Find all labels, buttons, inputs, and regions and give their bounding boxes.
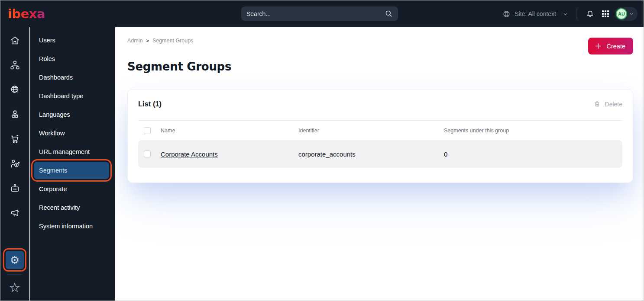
site-context-label: Site: All context bbox=[515, 10, 556, 17]
sidebar-item-workflow[interactable]: Workflow bbox=[34, 125, 109, 142]
topbar-divider bbox=[576, 8, 576, 19]
sidebar-item-dashboards[interactable]: Dashboards bbox=[34, 69, 109, 86]
column-header-name: Name bbox=[161, 128, 298, 134]
rail-item-admin[interactable]: ⚙ bbox=[6, 251, 24, 269]
rail-item-corporate[interactable] bbox=[6, 179, 23, 197]
sidebar-item-dashboard-type[interactable]: Dashboard type bbox=[34, 87, 109, 105]
create-button[interactable]: Create bbox=[588, 38, 633, 54]
notifications-button[interactable] bbox=[583, 7, 596, 20]
column-header-segments: Segments under this group bbox=[444, 128, 622, 134]
create-button-label: Create bbox=[606, 43, 625, 50]
globe-icon bbox=[502, 10, 511, 18]
icon-rail: ⚙ ☆ bbox=[0, 27, 29, 301]
rail-item-product-catalog[interactable] bbox=[6, 106, 23, 123]
top-bar: ibexa Site: All context bbox=[0, 0, 644, 27]
rail-item-home[interactable] bbox=[6, 32, 23, 49]
table-header-row: Name Identifier Segments under this grou… bbox=[138, 121, 622, 139]
megaphone-icon bbox=[10, 208, 20, 218]
sitemap-icon bbox=[10, 60, 20, 70]
sidebar-item-corporate[interactable]: Corporate bbox=[34, 180, 109, 198]
breadcrumb-admin[interactable]: Admin bbox=[127, 38, 142, 44]
personalization-target-icon bbox=[10, 158, 20, 169]
app-switcher-button[interactable] bbox=[599, 7, 612, 20]
app-grid-icon bbox=[602, 10, 609, 18]
search-icon[interactable] bbox=[385, 10, 393, 18]
avatar: AU bbox=[616, 8, 627, 19]
trash-icon bbox=[593, 100, 601, 108]
delete-button-label: Delete bbox=[605, 101, 622, 108]
globe-cursor-icon bbox=[10, 84, 20, 95]
row-identifier: corporate_accounts bbox=[298, 150, 444, 158]
admin-sidebar: Users Roles Dashboards Dashboard type La… bbox=[30, 27, 115, 301]
badge-icon bbox=[10, 183, 20, 194]
sidebar-item-roles[interactable]: Roles bbox=[34, 50, 109, 67]
main-content: Admin > Segment Groups Segment Groups Cr… bbox=[115, 27, 644, 301]
table-row[interactable]: Corporate Accounts corporate_accounts 0 bbox=[138, 140, 622, 168]
rail-item-marketing[interactable] bbox=[6, 204, 23, 221]
sidebar-item-languages[interactable]: Languages bbox=[34, 106, 109, 123]
ibexa-logo[interactable]: ibexa bbox=[8, 8, 45, 20]
sidebar-item-users[interactable]: Users bbox=[34, 32, 109, 49]
breadcrumb: Admin > Segment Groups bbox=[127, 38, 193, 44]
rail-item-site[interactable] bbox=[6, 81, 23, 98]
home-icon bbox=[10, 35, 20, 46]
sidebar-item-url-management[interactable]: URL management bbox=[34, 143, 109, 160]
row-checkbox[interactable] bbox=[144, 150, 151, 157]
sidebar-item-segments[interactable]: Segments bbox=[34, 162, 109, 179]
sidebar-item-system-information[interactable]: System information bbox=[34, 218, 109, 235]
rail-item-personalization[interactable] bbox=[6, 155, 23, 172]
breadcrumb-current: Segment Groups bbox=[152, 38, 194, 44]
row-segments-count: 0 bbox=[444, 150, 622, 158]
list-title: List (1) bbox=[138, 100, 162, 108]
topbar-right-controls: Site: All context bbox=[502, 7, 638, 21]
rail-item-commerce[interactable] bbox=[6, 130, 23, 147]
sidebar-item-recent-activity[interactable]: Recent activity bbox=[34, 199, 109, 216]
cart-icon bbox=[10, 134, 20, 144]
chevron-down-icon bbox=[563, 11, 568, 17]
global-search[interactable] bbox=[241, 6, 398, 21]
rail-item-content[interactable] bbox=[6, 56, 23, 74]
chevron-down-icon bbox=[629, 11, 634, 16]
boxes-icon bbox=[10, 109, 20, 120]
icon-rail-bottom: ⚙ ☆ bbox=[6, 251, 24, 301]
gear-icon: ⚙ bbox=[10, 255, 19, 266]
rail-divider bbox=[7, 274, 23, 275]
list-card-header: List (1) Delete bbox=[138, 100, 622, 108]
page-title: Segment Groups bbox=[127, 60, 231, 73]
segment-group-link[interactable]: Corporate Accounts bbox=[161, 150, 298, 158]
select-all-checkbox[interactable] bbox=[144, 127, 151, 134]
plus-icon bbox=[595, 42, 602, 50]
rail-item-bookmarks[interactable]: ☆ bbox=[6, 279, 23, 296]
user-menu[interactable]: AU bbox=[615, 7, 638, 21]
segment-groups-list-card: List (1) Delete Name Identifier bbox=[127, 89, 633, 183]
star-icon: ☆ bbox=[9, 281, 21, 294]
bell-icon bbox=[586, 10, 595, 19]
column-header-identifier: Identifier bbox=[298, 128, 444, 134]
delete-button[interactable]: Delete bbox=[593, 100, 622, 108]
search-input[interactable] bbox=[246, 10, 385, 17]
site-context-selector[interactable]: Site: All context bbox=[502, 10, 568, 18]
breadcrumb-separator: > bbox=[146, 38, 149, 43]
app-window: ibexa Site: All context bbox=[0, 0, 644, 301]
